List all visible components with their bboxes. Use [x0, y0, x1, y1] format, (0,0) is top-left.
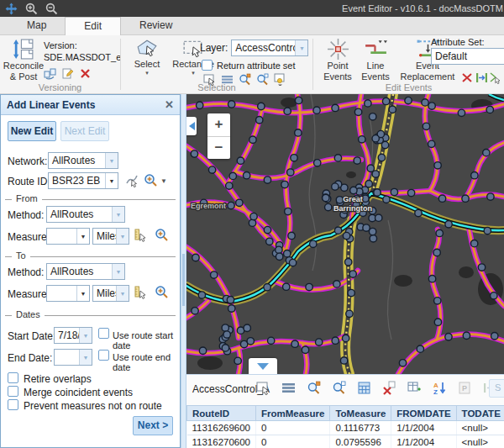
- point-events-button[interactable]: Point Events: [320, 38, 355, 82]
- column-header[interactable]: RouteID: [187, 406, 256, 421]
- edit-version-icon[interactable]: [61, 67, 74, 80]
- from-measure-combo-arrow[interactable]: ▼: [76, 229, 89, 244]
- collapse-panel-button[interactable]: [186, 117, 197, 135]
- to-measure-zoom-icon[interactable]: [155, 285, 169, 299]
- column-header[interactable]: TODATE: [456, 406, 504, 421]
- to-measure-combo-arrow[interactable]: ▼: [76, 286, 89, 301]
- to-measure-pick-icon[interactable]: [134, 285, 148, 299]
- to-method-combo-arrow[interactable]: ▼: [112, 264, 124, 279]
- map-zoom-in-button[interactable]: +: [207, 113, 230, 137]
- from-measure-value: [47, 229, 76, 244]
- merge-coincident-checkbox[interactable]: [8, 386, 18, 397]
- group-selection: Select ▾ Rectangle ▾ Layer: AccessContro…: [121, 35, 312, 93]
- cell[interactable]: 11316270600: [187, 435, 256, 448]
- zoom-route-icon[interactable]: [144, 173, 158, 187]
- line-events-button[interactable]: Line Events: [357, 38, 394, 82]
- collapse-table-button[interactable]: [249, 358, 277, 374]
- calculate-icon[interactable]: [357, 381, 371, 395]
- clear-selection-icon[interactable]: [382, 381, 396, 395]
- to-method-combo[interactable]: AllRoutes ▼: [46, 263, 125, 280]
- attribute-set-combo[interactable]: Default: [431, 48, 504, 65]
- pick-route-icon[interactable]: [125, 173, 139, 187]
- cell[interactable]: 0.0795596: [330, 435, 391, 448]
- cell[interactable]: <null>: [456, 435, 504, 448]
- panel-splitter[interactable]: [181, 94, 186, 448]
- splitter-thumb[interactable]: [182, 254, 185, 306]
- point-events-label-1: Point: [327, 61, 348, 71]
- cell[interactable]: <null>: [456, 421, 504, 435]
- column-header[interactable]: ToMeasure: [330, 406, 391, 421]
- cell[interactable]: 1/1/2004: [391, 421, 456, 435]
- from-unit-combo-arrow[interactable]: ▼: [116, 229, 129, 244]
- tab-map[interactable]: Map: [8, 17, 65, 34]
- route-id-combo[interactable]: BSR23 EB ▼: [48, 172, 118, 189]
- to-unit-combo[interactable]: Miles ▼: [92, 285, 129, 302]
- from-measure-zoom-icon[interactable]: [155, 228, 169, 242]
- start-date-combo[interactable]: 7/18/ ▼: [54, 327, 92, 344]
- line-events-label-2: Events: [361, 71, 390, 82]
- version-branch-icon[interactable]: [44, 67, 56, 80]
- add-record-icon[interactable]: [407, 381, 422, 395]
- use-route-start-checkbox[interactable]: [98, 328, 109, 339]
- next-edit-button[interactable]: Next Edit: [60, 121, 109, 141]
- to-method-value: AllRoutes: [47, 264, 112, 279]
- close-icon[interactable]: ✕: [165, 99, 174, 110]
- new-edit-button[interactable]: New Edit: [8, 121, 56, 141]
- network-label: Network:: [8, 155, 47, 167]
- from-unit-combo[interactable]: Miles ▼: [92, 228, 129, 245]
- cell[interactable]: 11316269600: [187, 421, 256, 435]
- from-measure-pick-icon[interactable]: [134, 228, 148, 242]
- tab-edit[interactable]: Edit: [65, 17, 121, 35]
- delete-version-icon[interactable]: [79, 67, 92, 80]
- to-measure-value: [47, 286, 76, 301]
- from-method-combo-arrow[interactable]: ▼: [112, 207, 124, 222]
- zoom-out-icon[interactable]: [45, 3, 58, 15]
- end-date-combo-arrow[interactable]: ▼: [79, 350, 92, 365]
- network-combo-arrow[interactable]: ▼: [105, 153, 118, 168]
- column-header[interactable]: FromMeasure: [256, 406, 330, 421]
- route-id-combo-arrow[interactable]: ▼: [105, 173, 118, 188]
- cell[interactable]: 1/1/2004: [391, 435, 456, 448]
- map-zoom-out-button[interactable]: −: [207, 137, 230, 160]
- save-button[interactable]: S: [489, 379, 504, 398]
- map-canvas[interactable]: EgremontGreatBarrington: [186, 94, 504, 374]
- retire-overlaps-checkbox[interactable]: [8, 372, 18, 383]
- return-attribute-checkbox[interactable]: [202, 60, 213, 71]
- to-measure-combo[interactable]: ▼: [46, 285, 90, 302]
- tab-review[interactable]: Review: [121, 17, 191, 34]
- use-route-end-checkbox[interactable]: [98, 350, 109, 361]
- end-date-combo[interactable]: ▼: [54, 349, 92, 366]
- table-row[interactable]: 11316270600 0 0.0795596 1/1/2004 <null> …: [187, 435, 504, 448]
- prevent-measures-checkbox[interactable]: [8, 399, 18, 410]
- layer-label: Layer:: [200, 42, 228, 54]
- sort-icon[interactable]: AZ: [433, 381, 447, 395]
- cell[interactable]: 0: [256, 435, 330, 448]
- cell[interactable]: 0.1116773: [330, 421, 391, 435]
- from-method-value: AllRoutes: [47, 207, 112, 222]
- reconcile-post-button[interactable]: Reconcile & Post: [5, 38, 42, 82]
- group-versioning: Reconcile & Post Version: SDE.MASSDOT_ed…: [0, 35, 120, 93]
- zoom-to-selection-icon[interactable]: [307, 381, 321, 395]
- layer-value: AccessControl_A: [232, 40, 295, 55]
- pan-to-selection-icon[interactable]: [332, 381, 346, 395]
- to-unit-combo-arrow[interactable]: ▼: [116, 286, 129, 301]
- start-date-combo-arrow[interactable]: ▼: [79, 328, 92, 343]
- cell[interactable]: 0: [256, 421, 330, 435]
- from-method-combo[interactable]: AllRoutes ▼: [46, 206, 125, 223]
- zoom-route-dropdown-arrow[interactable]: ▼: [160, 177, 167, 185]
- selection-list-icon[interactable]: [281, 381, 296, 395]
- pan-icon[interactable]: [5, 3, 18, 15]
- column-header[interactable]: FROMDATE: [391, 406, 456, 421]
- use-route-end-label: Use route end date: [113, 352, 180, 372]
- zoom-in-icon[interactable]: [25, 3, 38, 15]
- page-icon[interactable]: P: [458, 381, 472, 395]
- version-label: Version:: [44, 40, 120, 51]
- from-measure-combo[interactable]: ▼: [46, 228, 90, 245]
- layer-combo[interactable]: AccessControl_A ▼: [231, 40, 308, 56]
- select-features-icon[interactable]: [256, 381, 270, 395]
- select-button[interactable]: Select ▾: [128, 39, 166, 76]
- table-row[interactable]: 11316269600 0 0.1116773 1/1/2004 <null> …: [187, 421, 504, 435]
- network-combo[interactable]: AllRoutes ▼: [48, 152, 118, 169]
- layer-combo-arrow[interactable]: ▼: [295, 40, 307, 55]
- next-button[interactable]: Next >: [133, 416, 173, 435]
